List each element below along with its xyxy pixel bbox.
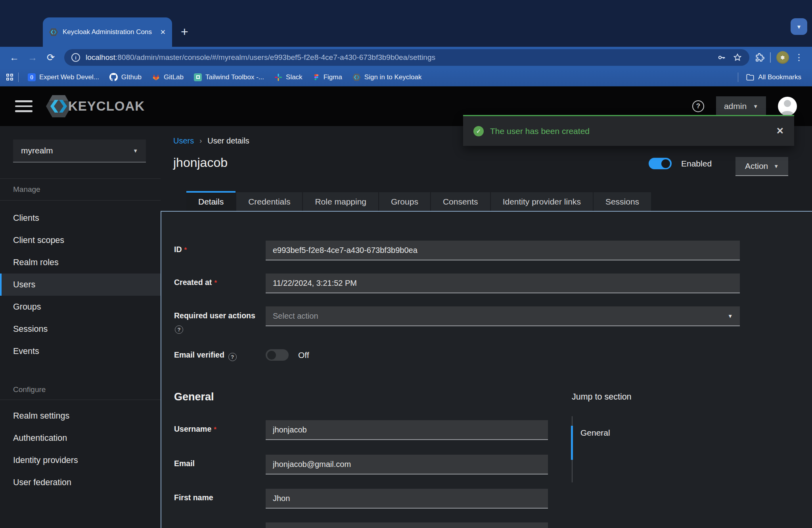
extensions-icon[interactable] [755,53,764,62]
nav-toggle-hamburger-icon[interactable] [15,100,33,112]
url-bar[interactable]: i localhost:8080/admin/master/console/#/… [64,49,749,66]
jump-item-general[interactable]: General [580,427,610,436]
bookmark-keycloak[interactable]: Sign in to Keycloak [348,73,426,81]
enabled-toggle[interactable] [649,158,672,169]
screen: { "browser": { "tab": { "title": "Keyclo… [0,0,812,528]
chevron-down-icon: ▼ [753,103,758,109]
email-input[interactable] [266,455,548,474]
slack-icon [274,73,282,81]
all-bookmarks-button[interactable]: All Bookmarks [741,73,806,81]
code-bookmark-icon: {} [28,73,36,81]
sidebar-item-realm-roles[interactable]: Realm roles [0,251,161,274]
tab-credentials[interactable]: Credentials [236,192,302,211]
new-tab-button[interactable]: + [181,24,188,40]
sidebar-item-sessions[interactable]: Sessions [0,318,161,340]
last-name-input-partial[interactable] [266,522,548,528]
browser-menu-icon[interactable]: ⋮ [795,52,803,63]
apps-grid-icon[interactable] [6,74,13,81]
forward-icon[interactable]: → [25,52,40,63]
passwords-key-icon[interactable] [717,53,726,62]
bookmark-label: Slack [286,73,303,81]
bookmark-github[interactable]: GIthub [105,73,146,81]
tab-close-icon[interactable]: ✕ [160,28,166,36]
tab-identity-provider-links[interactable]: Identity provider links [491,192,593,211]
email-verified-state: Off [298,350,309,360]
sidebar-divider [0,178,161,179]
username-input[interactable] [266,420,548,440]
email-label: Email [174,459,195,468]
question-circle-icon[interactable]: ? [228,353,237,361]
chevron-down-icon: ▼ [728,313,733,319]
realm-selector[interactable]: myrealm ▼ [13,140,146,163]
bookmark-label: Tailwind Toolbox -... [205,73,264,81]
email-verified-toggle[interactable] [266,349,289,361]
keycloak-logo-icon [46,95,71,117]
realm-name: myrealm [21,146,53,155]
sidebar-item-identity-providers[interactable]: Identity providers [0,449,161,471]
keycloak-logo[interactable]: KEYCLOAK [46,95,145,117]
required-user-actions-select[interactable]: Select action ▼ [266,306,740,326]
sidebar-item-groups[interactable]: Groups [0,296,161,318]
user-detail-tabs: Details Credentials Role mapping Groups … [186,191,651,211]
tab-groups[interactable]: Groups [379,192,430,211]
browser-tab[interactable]: Keycloak Administration Cons ✕ [43,17,172,47]
sidebar-item-client-scopes[interactable]: Client scopes [0,229,161,251]
gitlab-icon [152,73,160,81]
question-circle-icon[interactable]: ? [175,325,183,334]
general-section-heading: General [174,391,214,403]
back-icon[interactable]: ← [6,52,22,63]
sidebar-item-user-federation[interactable]: User federation [0,471,161,494]
sidebar-divider [0,400,161,400]
jump-to-section-heading: Jump to section [572,392,632,402]
sidebar-item-authentication[interactable]: Authentication [0,427,161,449]
sidebar-divider [0,200,161,201]
url-text[interactable]: localhost:8080/admin/master/console/#/my… [86,53,711,62]
breadcrumb: Users › User details [173,136,249,145]
admin-user-label: admin [724,101,747,111]
toast-close-icon[interactable]: ✕ [776,126,784,136]
site-info-icon[interactable]: i [71,53,80,62]
bookmark-slack[interactable]: Slack [270,73,307,81]
bookmark-gitlab[interactable]: GitLab [147,73,188,81]
bookmark-figma[interactable]: Figma [308,73,347,81]
details-panel: ID* Created at* Required user actions ? … [161,211,812,528]
bookmark-label: Expert Web Devel... [39,73,99,81]
tab-title: Keycloak Administration Cons [63,28,155,36]
help-icon[interactable]: ? [692,100,704,112]
browser-profile-avatar[interactable]: ✽ [776,51,789,64]
tab-search-chevron-icon[interactable]: ▾ [791,18,807,35]
sidebar-item-events[interactable]: Events [0,340,161,362]
email-verified-label: Email verified? [174,350,237,361]
action-dropdown[interactable]: Action ▼ [735,157,788,176]
sidebar-item-clients[interactable]: Clients [0,207,161,229]
user-avatar[interactable] [778,97,797,116]
first-name-input[interactable] [266,489,548,509]
reload-icon[interactable]: ⟳ [43,52,59,63]
sidebar-item-realm-settings[interactable]: Realm settings [0,405,161,427]
breadcrumb-users-link[interactable]: Users [173,136,194,145]
tab-sessions[interactable]: Sessions [594,192,651,211]
chevron-down-icon: ▼ [774,163,779,169]
required-asterisk: * [214,279,217,287]
tab-role-mapping[interactable]: Role mapping [303,192,378,211]
tab-consents[interactable]: Consents [431,192,490,211]
action-label: Action [745,161,768,171]
keycloak-bookmark-icon [352,74,361,81]
jump-active-indicator [571,426,573,460]
breadcrumb-current: User details [207,136,249,145]
tab-details[interactable]: Details [186,191,236,211]
bookmark-tailwind-toolbox[interactable]: Tailwind Toolbox -... [190,73,268,81]
admin-user-dropdown[interactable]: admin ▼ [716,96,766,116]
tailwind-toolbox-icon [194,73,202,81]
brand-text: KEYCLOAK [68,99,145,114]
section-label-manage: Manage [13,185,40,194]
created-at-input[interactable] [266,274,740,293]
bookmark-label: Sign in to Keycloak [364,73,422,81]
success-check-icon: ✓ [473,126,484,136]
id-input[interactable] [266,241,740,260]
bookmark-expert-web[interactable]: {} Expert Web Devel... [23,73,103,81]
sidebar-item-users[interactable]: Users [0,274,161,296]
required-user-actions-label: Required user actions [174,311,255,320]
bookmark-star-icon[interactable] [733,53,742,62]
select-placeholder: Select action [273,312,318,321]
